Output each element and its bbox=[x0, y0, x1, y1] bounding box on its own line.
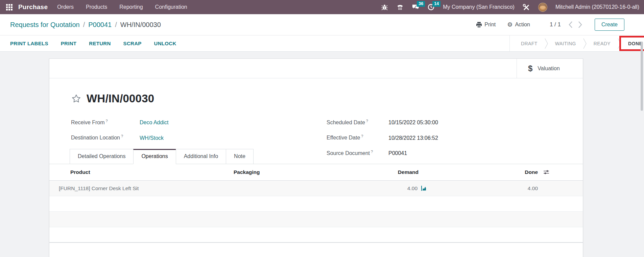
phone-dialer-icon bbox=[397, 4, 403, 10]
bug-icon bbox=[381, 4, 388, 10]
gear-icon: ⚙ bbox=[507, 22, 512, 28]
app-name[interactable]: Purchase bbox=[18, 3, 48, 11]
cell-product[interactable]: [FURN_1118] Corner Desk Left Sit bbox=[49, 185, 234, 191]
unlock-button[interactable]: UNLOCK bbox=[154, 41, 176, 46]
printer-icon bbox=[476, 22, 482, 28]
apps-grid-icon[interactable] bbox=[4, 2, 14, 12]
column-header-product[interactable]: Product bbox=[49, 169, 234, 175]
scrollbar-track bbox=[640, 35, 644, 257]
messages-badge: 36 bbox=[417, 1, 425, 7]
voip-phone-button[interactable] bbox=[396, 2, 404, 12]
field-value-receive-from[interactable]: Deco Addict bbox=[140, 119, 168, 126]
user-avatar[interactable] bbox=[538, 3, 547, 12]
table-row-empty bbox=[49, 212, 583, 227]
forecast-report-button[interactable] bbox=[421, 186, 427, 191]
column-header-demand[interactable]: Demand bbox=[367, 169, 435, 175]
field-label-effective-date: Effective Date? bbox=[327, 133, 388, 141]
activities-badge: 14 bbox=[432, 1, 440, 7]
field-value-effective-date[interactable]: 10/28/2022 13:06:52 bbox=[388, 134, 438, 142]
cell-demand-value[interactable]: 4.00 bbox=[407, 185, 418, 191]
top-navbar: Purchase Orders Products Reporting Confi… bbox=[0, 0, 644, 14]
return-button[interactable]: RETURN bbox=[89, 41, 111, 46]
chevron-right-icon bbox=[578, 21, 582, 28]
breadcrumb-separator: / bbox=[115, 21, 117, 29]
print-menu-button[interactable]: Print bbox=[476, 22, 496, 28]
action-menu-button[interactable]: ⚙ Action bbox=[507, 22, 530, 28]
status-draft[interactable]: DRAFT bbox=[521, 41, 538, 46]
field-label-receive-from: Receive From? bbox=[71, 118, 140, 126]
field-label-scheduled-date: Scheduled Date? bbox=[327, 118, 388, 126]
create-button[interactable]: Create bbox=[595, 19, 624, 31]
chevron-left-icon bbox=[568, 21, 573, 28]
area-chart-icon bbox=[421, 186, 427, 191]
optional-columns-button[interactable] bbox=[543, 170, 549, 175]
tab-note[interactable]: Note bbox=[226, 149, 254, 164]
record-title: WH/IN/00030 bbox=[87, 91, 154, 106]
field-value-destination-location[interactable]: WH/Stock bbox=[140, 134, 164, 142]
activities-button[interactable]: 14 bbox=[427, 2, 435, 12]
tools-button[interactable] bbox=[523, 2, 530, 12]
print-button[interactable]: PRINT bbox=[61, 41, 77, 46]
grid-icon bbox=[6, 4, 13, 10]
pager-previous-button[interactable] bbox=[568, 21, 573, 28]
tab-additional-info[interactable]: Additional Info bbox=[176, 149, 226, 164]
control-panel: Requests for Quotation / P00041 / WH/IN/… bbox=[0, 14, 644, 35]
field-group: Receive From? Deco Addict Destination Lo… bbox=[49, 106, 583, 148]
table-row-empty bbox=[49, 196, 583, 212]
debug-bug-button[interactable] bbox=[381, 2, 388, 12]
breadcrumb-current: WH/IN/00030 bbox=[120, 21, 161, 29]
content-area: $ Valuation WH/IN/00030 Receive From? De… bbox=[0, 52, 644, 257]
print-labels-button[interactable]: PRINT LABELS bbox=[10, 41, 48, 46]
menu-configuration[interactable]: Configuration bbox=[155, 4, 187, 10]
breadcrumb-rfq[interactable]: Requests for Quotation bbox=[10, 21, 80, 29]
form-sheet: $ Valuation WH/IN/00030 Receive From? De… bbox=[49, 58, 583, 257]
dollar-icon: $ bbox=[528, 64, 532, 73]
menu-reporting[interactable]: Reporting bbox=[119, 4, 143, 10]
column-header-packaging[interactable]: Packaging bbox=[234, 169, 367, 175]
table-header: Product Packaging Demand Done bbox=[49, 164, 583, 181]
statusbar: DRAFT WAITING READY DONE bbox=[509, 35, 644, 51]
smart-button-box: $ Valuation bbox=[49, 59, 583, 78]
help-icon: ? bbox=[371, 150, 373, 154]
pager-next-button[interactable] bbox=[578, 21, 582, 28]
breadcrumb-p00041[interactable]: P00041 bbox=[88, 21, 112, 29]
menu-products[interactable]: Products bbox=[86, 4, 107, 10]
table-row-empty bbox=[49, 227, 583, 243]
help-icon: ? bbox=[106, 119, 108, 123]
valuation-button[interactable]: $ Valuation bbox=[517, 59, 583, 78]
wrench-screwdriver-icon bbox=[523, 4, 530, 11]
help-icon: ? bbox=[121, 134, 123, 138]
column-header-done[interactable]: Done bbox=[435, 169, 541, 175]
scrap-button[interactable]: SCRAP bbox=[123, 41, 142, 46]
field-value-scheduled-date[interactable]: 10/15/2022 05:30:00 bbox=[388, 119, 438, 126]
breadcrumb: Requests for Quotation / P00041 / WH/IN/… bbox=[10, 21, 161, 29]
scrollbar-thumb[interactable] bbox=[641, 42, 643, 111]
tab-detailed-operations[interactable]: Detailed Operations bbox=[70, 149, 134, 164]
cell-done-value[interactable]: 4.00 bbox=[435, 185, 541, 191]
field-value-source-document[interactable]: P00041 bbox=[388, 150, 407, 157]
status-waiting[interactable]: WAITING bbox=[555, 41, 576, 46]
status-arrow-icon bbox=[583, 38, 587, 49]
table-row[interactable]: [FURN_1118] Corner Desk Left Sit 4.00 4.… bbox=[49, 181, 583, 196]
user-menu[interactable]: Mitchell Admin (20570120-16-0-all) bbox=[555, 4, 639, 10]
field-label-source-document: Source Document? bbox=[327, 148, 388, 157]
form-action-bar: PRINT LABELS PRINT RETURN SCRAP UNLOCK D… bbox=[0, 35, 644, 52]
pager-value[interactable]: 1 / 1 bbox=[550, 21, 561, 28]
valuation-label: Valuation bbox=[538, 66, 560, 72]
action-label: Action bbox=[515, 22, 530, 28]
company-switcher[interactable]: My Company (San Francisco) bbox=[443, 4, 515, 10]
sliders-icon bbox=[543, 170, 549, 175]
help-icon: ? bbox=[361, 134, 363, 138]
print-label: Print bbox=[484, 22, 496, 28]
menu-orders[interactable]: Orders bbox=[57, 4, 74, 10]
tab-operations[interactable]: Operations bbox=[133, 149, 176, 164]
favorite-star-button[interactable] bbox=[71, 94, 81, 104]
field-label-destination-location: Destination Location? bbox=[71, 133, 140, 141]
breadcrumb-separator: / bbox=[83, 21, 85, 29]
status-ready[interactable]: READY bbox=[594, 41, 611, 46]
messages-button[interactable]: 36 bbox=[412, 2, 419, 12]
status-arrow-icon bbox=[618, 38, 621, 49]
star-icon bbox=[71, 94, 81, 104]
status-arrow-icon bbox=[545, 38, 548, 49]
help-icon: ? bbox=[366, 119, 368, 123]
